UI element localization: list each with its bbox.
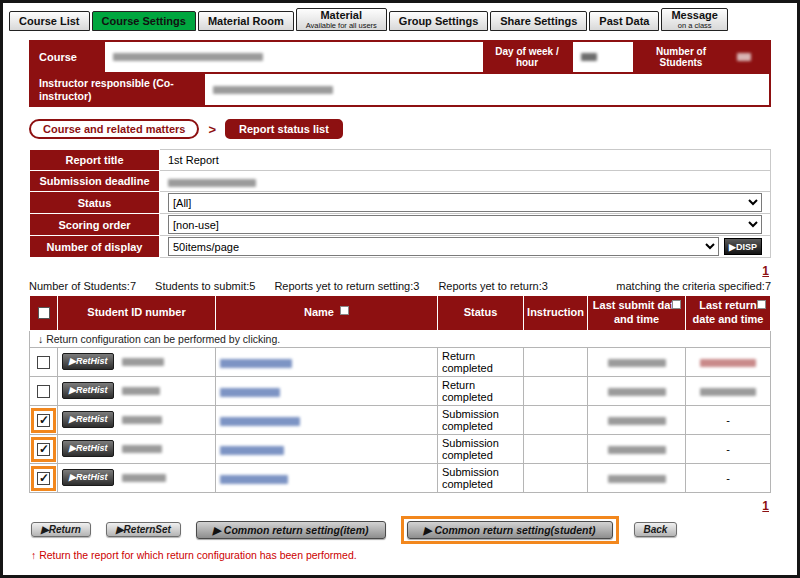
status-select[interactable]: [All] [168, 193, 762, 212]
student-name-link[interactable] [220, 472, 288, 484]
last-submit-cell [588, 376, 686, 405]
instruction-cell [524, 347, 588, 376]
submission-deadline-value [160, 171, 771, 192]
tab-label: Material [320, 9, 362, 21]
scoring-order-select[interactable]: [non-use] [168, 215, 762, 234]
redacted-date [608, 446, 666, 454]
instruction-cell [524, 376, 588, 405]
return-button[interactable]: ▶Return [31, 522, 91, 537]
scoring-order-label: Scoring order [30, 214, 160, 236]
row-checkbox[interactable] [37, 385, 50, 398]
last-return-cell [686, 376, 771, 405]
status-filter-label: Status [30, 192, 160, 214]
common-return-setting-item-button[interactable]: ▶ Common return setting(item) [196, 521, 386, 539]
tab-course-settings[interactable]: Course Settings [92, 11, 196, 32]
header-name: Name [216, 296, 438, 331]
action-bar: ▶Return ▶ReternSet ▶ Common return setti… [31, 516, 771, 544]
table-row: ▶RetHist Submission completed - [30, 434, 771, 463]
tab-message[interactable]: Messageon a class [661, 8, 727, 31]
tab-share-settings[interactable]: Share Settings [490, 11, 587, 32]
last-submit-sort-toggle[interactable] [672, 300, 681, 309]
tab-label: Message [671, 9, 717, 21]
header-instruction: Instruction [524, 296, 588, 331]
tab-group-settings[interactable]: Group Settings [389, 11, 488, 32]
tab-material[interactable]: MaterialAvailable for all users [296, 8, 387, 31]
rethist-button[interactable]: ▶RetHist [62, 411, 114, 428]
name-sort-toggle[interactable] [340, 306, 349, 315]
number-of-display-select[interactable]: 50items/page [168, 237, 719, 256]
last-submit-cell [588, 347, 686, 376]
last-return-cell: - [686, 434, 771, 463]
row-checkbox[interactable] [37, 356, 50, 369]
rethist-button[interactable]: ▶RetHist [62, 353, 114, 370]
table-header-row: Student ID number Name Status Instructio… [30, 296, 771, 331]
tab-course-list[interactable]: Course List [9, 11, 90, 32]
tab-label: Material Room [208, 15, 284, 27]
redacted-students-value [737, 53, 751, 61]
redacted-student-id [122, 358, 164, 366]
last-return-cell: - [686, 405, 771, 434]
return-footnote: ↑ Return the report for which return con… [31, 549, 771, 561]
rethist-button[interactable]: ▶RetHist [62, 440, 114, 457]
row-checkbox[interactable] [37, 472, 50, 485]
redacted-student-id [122, 416, 162, 424]
table-row: ▶RetHist Return completed [30, 376, 771, 405]
student-name-link[interactable] [220, 356, 292, 368]
redacted-student-name [220, 417, 300, 426]
tab-label: Course List [19, 15, 80, 27]
row-checkbox[interactable] [37, 443, 50, 456]
pagination-bottom: 1 [31, 499, 769, 513]
highlight-box: ▶ Common return setting(student) [401, 516, 619, 544]
table-row: ▶RetHist Submission completed - [30, 405, 771, 434]
redacted-instructor-value [213, 86, 333, 94]
redacted-day-value [581, 53, 597, 61]
day-of-week-label: Day of week / hour [483, 42, 571, 72]
last-submit-cell [588, 434, 686, 463]
number-of-display-label: Number of display [30, 236, 160, 258]
scoring-order-cell: [non-use] [160, 214, 771, 236]
select-all-checkbox[interactable] [38, 307, 50, 319]
stat-reports-yet-to-return: Reports yet to return:3 [438, 280, 547, 292]
student-name-link[interactable] [220, 385, 280, 397]
breadcrumb: Course and related matters > Report stat… [29, 119, 771, 139]
tab-label: Course Settings [102, 15, 186, 27]
disp-button[interactable]: ▶DISP [724, 238, 762, 255]
instruction-cell [524, 434, 588, 463]
rethist-button[interactable]: ▶RetHist [62, 469, 114, 486]
rethist-button[interactable]: ▶RetHist [62, 382, 114, 399]
last-return-cell: - [686, 463, 771, 492]
tab-past-data[interactable]: Past Data [589, 11, 659, 32]
stat-number-of-students: Number of Students:7 [29, 280, 136, 292]
last-return-cell [686, 347, 771, 376]
info-row: ↓ Return configuration can be performed … [30, 330, 771, 347]
last-return-sort-toggle[interactable] [757, 300, 766, 309]
retern-set-button[interactable]: ▶ReternSet [106, 522, 181, 537]
instructor-label: Instructor responsible (Co-instructor) [31, 74, 205, 105]
page-link-1[interactable]: 1 [762, 499, 769, 513]
number-of-students-value [729, 42, 769, 72]
breadcrumb-course-related-matters[interactable]: Course and related matters [29, 119, 199, 139]
redacted-student-id [122, 445, 162, 453]
redacted-student-id [122, 387, 160, 395]
course-label: Course [31, 42, 105, 72]
student-name-link[interactable] [220, 414, 300, 426]
number-of-display-cell: 50items/page ▶DISP [160, 236, 771, 258]
stats-left: Number of Students:7 Students to submit:… [29, 280, 564, 292]
status-cell: Return completed [438, 347, 524, 376]
tab-material-room[interactable]: Material Room [198, 11, 294, 32]
header-last-submit: Last submit date and time [588, 296, 686, 331]
status-cell: Return completed [438, 376, 524, 405]
student-name-link[interactable] [220, 443, 284, 455]
table-row: ▶RetHist Submission completed - [30, 463, 771, 492]
content: Course Day of week / hour Number of Stud… [3, 31, 797, 561]
back-button[interactable]: Back [634, 522, 678, 537]
instruction-cell [524, 405, 588, 434]
header-last-return: Last return date and time [686, 296, 771, 331]
page-link-1[interactable]: 1 [762, 264, 769, 278]
common-return-setting-student-button[interactable]: ▶ Common return setting(student) [407, 521, 613, 539]
number-of-students-label: Number of Students [633, 42, 729, 72]
redacted-date [608, 475, 666, 483]
report-title-label: Report title [30, 150, 160, 171]
row-checkbox[interactable] [37, 414, 50, 427]
tab-label: Group Settings [399, 15, 478, 27]
